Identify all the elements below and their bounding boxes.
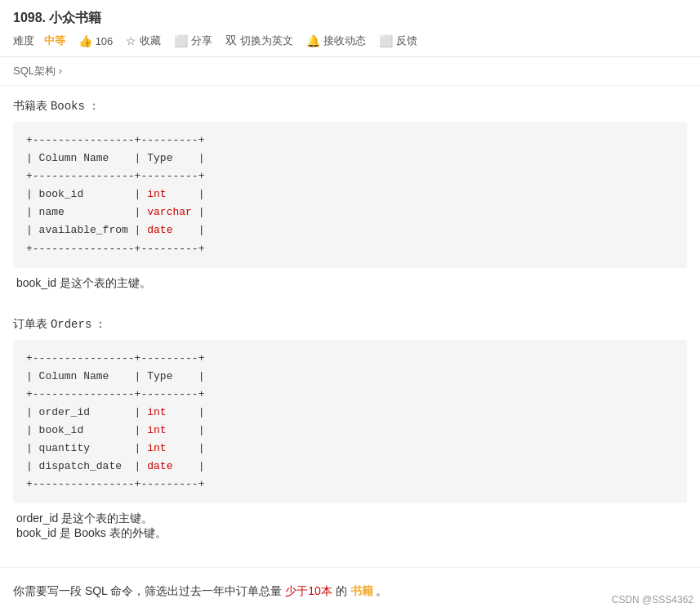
share-label: 分享 (191, 34, 212, 48)
collect-icon: ☆ (126, 34, 136, 47)
books-key-note-text: book_id 是这个表的主键。 (16, 276, 151, 289)
q-suffix: 。 (376, 584, 387, 597)
q-highlight-less: 少于10本 (285, 584, 332, 597)
title-row: 1098. 小众书籍 (13, 10, 687, 27)
switch-icon: 双 (225, 34, 237, 48)
orders-table-block: +----------------+---------+ | Column Na… (13, 340, 687, 504)
share-button[interactable]: ⬜ 分享 (174, 34, 212, 48)
orders-key-note: order_id 是这个表的主键。 book_id 是 Books 表的外键。 (13, 511, 687, 541)
orders-key-note-2: book_id 是 Books 表的外键。 (16, 526, 687, 541)
share-icon: ⬜ (174, 34, 188, 47)
like-button[interactable]: 👍 106 (78, 34, 114, 47)
books-section: 书籍表 Books ： +----------------+---------+… (13, 99, 687, 291)
feedback-icon: ⬜ (379, 34, 393, 47)
orders-label-text: 订单表 (13, 317, 47, 330)
q-middle: 的 (336, 584, 350, 597)
books-table-name: Books (51, 100, 85, 113)
main-content: 书籍表 Books ： +----------------+---------+… (0, 86, 700, 567)
like-icon: 👍 (78, 34, 92, 47)
books-section-label: 书籍表 Books ： (13, 99, 687, 114)
like-count: 106 (96, 35, 114, 47)
notify-icon: 🔔 (306, 34, 320, 47)
watermark: CSDN @SSS4362 (612, 594, 693, 605)
problem-title: 1098. 小众书籍 (13, 10, 101, 27)
orders-table-name: Orders (51, 318, 91, 331)
difficulty-label: 难度 (13, 34, 34, 48)
difficulty-badge[interactable]: 中等 (44, 34, 65, 48)
orders-colon: ： (95, 317, 106, 330)
collect-button[interactable]: ☆ 收藏 (126, 34, 161, 48)
section-divider (13, 304, 687, 310)
switch-lang-button[interactable]: 双 切换为英文 (225, 34, 293, 48)
breadcrumb-arrow: › (59, 65, 62, 77)
question-text: 你需要写一段 SQL 命令，筛选出过去一年中订单总量 少于10本 的 书籍 。 (13, 581, 687, 601)
question-section: 你需要写一段 SQL 命令，筛选出过去一年中订单总量 少于10本 的 书籍 。 … (0, 567, 700, 612)
switch-label: 切换为英文 (240, 34, 293, 48)
header: 1098. 小众书籍 难度 中等 👍 106 ☆ 收藏 ⬜ 分享 双 切换为英文 (0, 0, 700, 57)
difficulty-item: 难度 中等 (13, 34, 65, 48)
books-colon: ： (88, 99, 100, 112)
toolbar-row: 难度 中等 👍 106 ☆ 收藏 ⬜ 分享 双 切换为英文 🔔 接收动态 (13, 34, 687, 56)
q-prefix: 你需要写一段 SQL 命令，筛选出过去一年中订单总量 (13, 584, 282, 597)
books-label-text: 书籍表 (13, 99, 47, 112)
notify-button[interactable]: 🔔 接收动态 (306, 34, 366, 48)
feedback-button[interactable]: ⬜ 反馈 (379, 34, 417, 48)
breadcrumb-category: SQL架构 (13, 65, 56, 77)
orders-section: 订单表 Orders ： +----------------+---------… (13, 317, 687, 542)
q-highlight-book: 书籍 (350, 584, 373, 597)
breadcrumb: SQL架构 › (0, 57, 700, 86)
books-key-note: book_id 是这个表的主键。 (13, 276, 687, 291)
orders-section-label: 订单表 Orders ： (13, 317, 687, 332)
breadcrumb-link[interactable]: SQL架构 (13, 65, 59, 77)
collect-label: 收藏 (140, 34, 161, 48)
books-table-block: +----------------+---------+ | Column Na… (13, 122, 687, 268)
page-container: 1098. 小众书籍 难度 中等 👍 106 ☆ 收藏 ⬜ 分享 双 切换为英文 (0, 0, 700, 612)
orders-fk-text: book_id 是 Books 表的外键。 (16, 526, 167, 539)
feedback-label: 反馈 (396, 34, 417, 48)
orders-key-note-1: order_id 是这个表的主键。 (16, 511, 687, 526)
notify-label: 接收动态 (323, 34, 366, 48)
